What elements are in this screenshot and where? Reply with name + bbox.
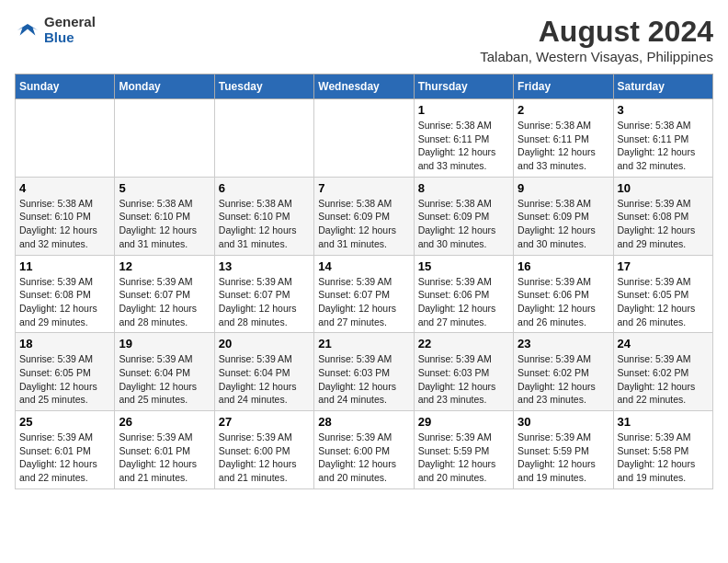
calendar-cell: 1Sunrise: 5:38 AM Sunset: 6:11 PM Daylig… bbox=[414, 99, 513, 178]
logo-svg bbox=[15, 21, 40, 40]
calendar-cell: 24Sunrise: 5:39 AM Sunset: 6:02 PM Dayli… bbox=[613, 333, 712, 411]
cell-date-number: 23 bbox=[518, 337, 609, 350]
calendar-cell: 23Sunrise: 5:39 AM Sunset: 6:02 PM Dayli… bbox=[514, 333, 613, 411]
cell-info-text: Sunrise: 5:39 AM Sunset: 6:07 PM Dayligh… bbox=[119, 275, 210, 329]
calendar-cell bbox=[16, 99, 115, 178]
cell-date-number: 21 bbox=[318, 337, 409, 350]
calendar-cell: 30Sunrise: 5:39 AM Sunset: 5:59 PM Dayli… bbox=[514, 411, 613, 489]
calendar-cell: 8Sunrise: 5:38 AM Sunset: 6:09 PM Daylig… bbox=[414, 177, 513, 255]
logo-blue: Blue bbox=[44, 30, 96, 46]
calendar-cell: 29Sunrise: 5:39 AM Sunset: 5:59 PM Dayli… bbox=[414, 411, 513, 489]
cell-date-number: 1 bbox=[418, 103, 509, 117]
calendar-cell: 15Sunrise: 5:39 AM Sunset: 6:06 PM Dayli… bbox=[414, 255, 513, 333]
cell-date-number: 15 bbox=[418, 259, 509, 273]
calendar-subtitle: Talaban, Western Visayas, Philippines bbox=[480, 49, 713, 64]
cell-info-text: Sunrise: 5:38 AM Sunset: 6:11 PM Dayligh… bbox=[418, 119, 509, 173]
calendar-cell: 9Sunrise: 5:38 AM Sunset: 6:09 PM Daylig… bbox=[514, 177, 613, 255]
cell-date-number: 22 bbox=[418, 337, 509, 350]
header: General Blue August 2024 Talaban, Wester… bbox=[15, 15, 713, 64]
cell-info-text: Sunrise: 5:38 AM Sunset: 6:09 PM Dayligh… bbox=[518, 197, 609, 251]
cell-date-number: 4 bbox=[19, 181, 110, 195]
cell-info-text: Sunrise: 5:38 AM Sunset: 6:11 PM Dayligh… bbox=[618, 119, 709, 173]
calendar-cell: 3Sunrise: 5:38 AM Sunset: 6:11 PM Daylig… bbox=[613, 99, 712, 178]
calendar-cell: 11Sunrise: 5:39 AM Sunset: 6:08 PM Dayli… bbox=[16, 255, 115, 333]
calendar-header-row: SundayMondayTuesdayWednesdayThursdayFrid… bbox=[16, 75, 713, 99]
calendar-cell: 22Sunrise: 5:39 AM Sunset: 6:03 PM Dayli… bbox=[414, 333, 513, 411]
cell-info-text: Sunrise: 5:39 AM Sunset: 6:06 PM Dayligh… bbox=[518, 275, 609, 329]
cell-info-text: Sunrise: 5:39 AM Sunset: 5:58 PM Dayligh… bbox=[618, 431, 709, 485]
cell-info-text: Sunrise: 5:39 AM Sunset: 6:08 PM Dayligh… bbox=[19, 275, 110, 329]
calendar-cell bbox=[115, 99, 214, 178]
cell-date-number: 9 bbox=[518, 181, 609, 195]
calendar-cell: 25Sunrise: 5:39 AM Sunset: 6:01 PM Dayli… bbox=[16, 411, 115, 489]
calendar-cell: 17Sunrise: 5:39 AM Sunset: 6:05 PM Dayli… bbox=[613, 255, 712, 333]
cell-date-number: 27 bbox=[219, 415, 310, 429]
calendar-cell: 28Sunrise: 5:39 AM Sunset: 6:00 PM Dayli… bbox=[314, 411, 414, 489]
cell-date-number: 16 bbox=[518, 259, 609, 273]
cell-info-text: Sunrise: 5:39 AM Sunset: 6:01 PM Dayligh… bbox=[19, 431, 110, 485]
cell-date-number: 20 bbox=[219, 337, 310, 350]
header-saturday: Saturday bbox=[613, 75, 712, 99]
header-friday: Friday bbox=[514, 75, 613, 99]
calendar-cell: 18Sunrise: 5:39 AM Sunset: 6:05 PM Dayli… bbox=[16, 333, 115, 411]
calendar-cell: 5Sunrise: 5:38 AM Sunset: 6:10 PM Daylig… bbox=[115, 177, 214, 255]
cell-date-number: 28 bbox=[318, 415, 409, 429]
calendar-week-1: 1Sunrise: 5:38 AM Sunset: 6:11 PM Daylig… bbox=[16, 99, 713, 178]
calendar-week-4: 18Sunrise: 5:39 AM Sunset: 6:05 PM Dayli… bbox=[16, 333, 713, 411]
calendar-cell: 7Sunrise: 5:38 AM Sunset: 6:09 PM Daylig… bbox=[314, 177, 414, 255]
title-area: August 2024 Talaban, Western Visayas, Ph… bbox=[480, 15, 713, 64]
cell-info-text: Sunrise: 5:39 AM Sunset: 6:07 PM Dayligh… bbox=[318, 275, 409, 329]
calendar-cell: 10Sunrise: 5:39 AM Sunset: 6:08 PM Dayli… bbox=[613, 177, 712, 255]
cell-info-text: Sunrise: 5:39 AM Sunset: 6:02 PM Dayligh… bbox=[618, 352, 709, 407]
cell-date-number: 3 bbox=[618, 103, 709, 117]
cell-date-number: 18 bbox=[19, 337, 110, 350]
calendar-week-2: 4Sunrise: 5:38 AM Sunset: 6:10 PM Daylig… bbox=[16, 177, 713, 255]
cell-date-number: 25 bbox=[19, 415, 110, 429]
cell-info-text: Sunrise: 5:39 AM Sunset: 6:00 PM Dayligh… bbox=[318, 431, 409, 485]
cell-info-text: Sunrise: 5:39 AM Sunset: 6:04 PM Dayligh… bbox=[119, 352, 210, 407]
header-thursday: Thursday bbox=[414, 75, 513, 99]
cell-info-text: Sunrise: 5:39 AM Sunset: 6:00 PM Dayligh… bbox=[219, 431, 310, 485]
cell-date-number: 2 bbox=[518, 103, 609, 117]
cell-info-text: Sunrise: 5:39 AM Sunset: 6:07 PM Dayligh… bbox=[219, 275, 310, 329]
calendar-cell: 4Sunrise: 5:38 AM Sunset: 6:10 PM Daylig… bbox=[16, 177, 115, 255]
cell-date-number: 29 bbox=[418, 415, 509, 429]
cell-info-text: Sunrise: 5:39 AM Sunset: 5:59 PM Dayligh… bbox=[518, 431, 609, 485]
calendar-cell: 16Sunrise: 5:39 AM Sunset: 6:06 PM Dayli… bbox=[514, 255, 613, 333]
cell-info-text: Sunrise: 5:39 AM Sunset: 6:06 PM Dayligh… bbox=[418, 275, 509, 329]
calendar-cell: 20Sunrise: 5:39 AM Sunset: 6:04 PM Dayli… bbox=[214, 333, 313, 411]
cell-date-number: 26 bbox=[119, 415, 210, 429]
cell-date-number: 11 bbox=[19, 259, 110, 273]
calendar-cell bbox=[214, 99, 313, 178]
cell-date-number: 5 bbox=[119, 181, 210, 195]
cell-date-number: 31 bbox=[618, 415, 709, 429]
calendar-cell: 26Sunrise: 5:39 AM Sunset: 6:01 PM Dayli… bbox=[115, 411, 214, 489]
calendar-title: August 2024 bbox=[480, 15, 713, 49]
logo: General Blue bbox=[15, 15, 96, 45]
calendar-week-3: 11Sunrise: 5:39 AM Sunset: 6:08 PM Dayli… bbox=[16, 255, 713, 333]
cell-info-text: Sunrise: 5:38 AM Sunset: 6:10 PM Dayligh… bbox=[219, 197, 310, 251]
header-wednesday: Wednesday bbox=[314, 75, 414, 99]
calendar-cell: 6Sunrise: 5:38 AM Sunset: 6:10 PM Daylig… bbox=[214, 177, 313, 255]
cell-info-text: Sunrise: 5:39 AM Sunset: 6:03 PM Dayligh… bbox=[418, 352, 509, 407]
cell-info-text: Sunrise: 5:39 AM Sunset: 6:04 PM Dayligh… bbox=[219, 352, 310, 407]
cell-info-text: Sunrise: 5:39 AM Sunset: 6:08 PM Dayligh… bbox=[618, 197, 709, 251]
cell-date-number: 14 bbox=[318, 259, 409, 273]
cell-date-number: 13 bbox=[219, 259, 310, 273]
calendar-cell: 31Sunrise: 5:39 AM Sunset: 5:58 PM Dayli… bbox=[613, 411, 712, 489]
svg-marker-0 bbox=[17, 24, 38, 36]
cell-date-number: 24 bbox=[618, 337, 709, 350]
cell-date-number: 10 bbox=[618, 181, 709, 195]
cell-date-number: 6 bbox=[219, 181, 310, 195]
cell-info-text: Sunrise: 5:38 AM Sunset: 6:10 PM Dayligh… bbox=[19, 197, 110, 251]
cell-info-text: Sunrise: 5:39 AM Sunset: 6:03 PM Dayligh… bbox=[318, 352, 409, 407]
calendar-cell: 12Sunrise: 5:39 AM Sunset: 6:07 PM Dayli… bbox=[115, 255, 214, 333]
calendar-cell bbox=[314, 99, 414, 178]
calendar-week-5: 25Sunrise: 5:39 AM Sunset: 6:01 PM Dayli… bbox=[16, 411, 713, 489]
calendar-cell: 27Sunrise: 5:39 AM Sunset: 6:00 PM Dayli… bbox=[214, 411, 313, 489]
cell-info-text: Sunrise: 5:39 AM Sunset: 6:05 PM Dayligh… bbox=[19, 352, 110, 407]
cell-info-text: Sunrise: 5:39 AM Sunset: 5:59 PM Dayligh… bbox=[418, 431, 509, 485]
header-monday: Monday bbox=[115, 75, 214, 99]
cell-info-text: Sunrise: 5:39 AM Sunset: 6:05 PM Dayligh… bbox=[618, 275, 709, 329]
cell-date-number: 12 bbox=[119, 259, 210, 273]
